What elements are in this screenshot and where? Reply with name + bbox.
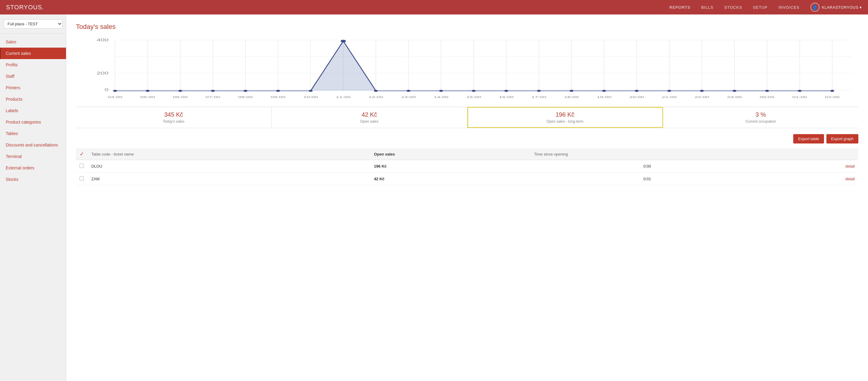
sidebar-nav: Sales Current sales Profits Staff Printe…: [0, 34, 66, 188]
th-time-since-opening: Time since opening: [530, 148, 764, 160]
user-avatar: 👤: [810, 3, 819, 12]
svg-text:14:00: 14:00: [434, 96, 448, 99]
row-zam-checkbox[interactable]: [80, 176, 84, 181]
chart-svg: 400 200 0: [76, 37, 858, 103]
row-dlou-checkbox-cell[interactable]: [76, 160, 88, 173]
table-row: DLOU 196 Kč 0:00 detail: [76, 160, 858, 173]
chart-dot: [439, 90, 443, 92]
stat-occupation-label: Current occupation: [665, 119, 856, 124]
sidebar-item-external-orders[interactable]: External orders: [0, 162, 66, 173]
svg-text:400: 400: [96, 38, 108, 42]
row-dlou-detail-cell: detail: [764, 160, 858, 173]
chart-dot: [146, 90, 150, 92]
stat-occupation[interactable]: 3 % Current occupation: [663, 107, 858, 128]
chart-dot: [504, 90, 508, 92]
sidebar-item-printers[interactable]: Printers: [0, 82, 66, 93]
stat-today-sales-value: 345 Kč: [79, 111, 269, 118]
sidebar-item-profits[interactable]: Profits: [0, 59, 66, 70]
chart-dot: [733, 90, 736, 92]
stat-open-sales-longterm-value: 196 Kč: [470, 111, 660, 118]
chart-dot: [211, 90, 215, 92]
sidebar-item-discounts[interactable]: Discounts and cancellations: [0, 139, 66, 151]
export-graph-button[interactable]: Export graph: [827, 134, 858, 144]
chart-dot: [798, 90, 802, 92]
app-layout: Full place - TEST Sales Current sales Pr…: [0, 14, 868, 381]
chart-dot: [602, 90, 606, 92]
stat-today-sales[interactable]: 345 Kč Today's sales: [76, 107, 272, 128]
chart-dot: [309, 90, 313, 92]
svg-text:18:00: 18:00: [564, 96, 579, 99]
svg-text:07:00: 07:00: [206, 96, 220, 99]
header-checkmark-icon: ✓: [80, 151, 84, 157]
sidebar-item-terminal[interactable]: Terminal: [0, 151, 66, 162]
nav-setup[interactable]: SETUP: [753, 5, 767, 10]
sidebar-item-staff[interactable]: Staff: [0, 70, 66, 82]
row-zam-detail-link[interactable]: detail: [845, 177, 855, 181]
row-dlou-checkbox[interactable]: [80, 164, 84, 168]
sidebar-item-product-categories[interactable]: Product categories: [0, 116, 66, 128]
svg-text:17:00: 17:00: [532, 96, 547, 99]
svg-text:06:00: 06:00: [173, 96, 188, 99]
row-dlou-open-sales: 196 Kč: [370, 160, 530, 173]
chart-dot: [765, 90, 769, 92]
svg-text:200: 200: [96, 71, 108, 75]
chart-dot-peak: [341, 40, 346, 42]
svg-text:20:00: 20:00: [629, 96, 644, 99]
svg-text:08:00: 08:00: [238, 96, 253, 99]
row-dlou-code: DLOU: [88, 160, 370, 173]
th-checkbox: ✓: [76, 148, 88, 160]
export-table-button[interactable]: Export table: [793, 134, 824, 144]
nav-invoices[interactable]: INVOICES: [778, 5, 800, 10]
main-content: Today's sales 400 200 0: [66, 14, 868, 381]
table-header-row: ✓ Table code - ticket name Open sales Ti…: [76, 148, 858, 160]
svg-text:02:00: 02:00: [825, 96, 840, 99]
nav-reports[interactable]: REPORTS: [670, 5, 690, 10]
logo-bold: STORY: [6, 4, 28, 10]
sidebar-item-sales[interactable]: Sales: [0, 36, 66, 47]
user-menu-button[interactable]: 👤 KLARASTORYOUS ▾: [810, 3, 862, 12]
svg-text:09:00: 09:00: [271, 96, 285, 99]
stats-row: 345 Kč Today's sales 42 Kč Open sales 19…: [76, 107, 858, 128]
row-zam-checkbox-cell[interactable]: [76, 173, 88, 185]
chart-dot: [635, 90, 639, 92]
chart-dot: [244, 90, 247, 92]
sidebar-item-labels[interactable]: Labels: [0, 105, 66, 116]
svg-text:13:00: 13:00: [401, 96, 416, 99]
chart-dot: [830, 90, 834, 92]
svg-text:19:00: 19:00: [597, 96, 612, 99]
nav-stocks[interactable]: STOCKS: [724, 5, 742, 10]
topnav: STORYOUS. REPORTS BILLS STOCKS SETUP INV…: [0, 0, 868, 14]
row-zam-time: 0:01: [530, 173, 764, 185]
th-open-sales: Open sales: [370, 148, 530, 160]
export-row: Export table Export graph: [76, 134, 858, 144]
chart-dot: [113, 90, 117, 92]
svg-text:00:00: 00:00: [760, 96, 775, 99]
chart-dot: [537, 90, 541, 92]
chart-dot: [700, 90, 704, 92]
row-dlou-detail-link[interactable]: detail: [845, 164, 855, 168]
svg-text:12:00: 12:00: [369, 96, 383, 99]
sidebar: Full place - TEST Sales Current sales Pr…: [0, 14, 66, 381]
svg-text:15:00: 15:00: [466, 96, 481, 99]
stat-occupation-value: 3 %: [665, 111, 856, 118]
sidebar-item-products[interactable]: Products: [0, 93, 66, 105]
logo: STORYOUS.: [6, 4, 44, 11]
sidebar-item-tables[interactable]: Tables: [0, 128, 66, 139]
svg-text:22:00: 22:00: [694, 96, 709, 99]
svg-text:21:00: 21:00: [662, 96, 677, 99]
chart-dot: [179, 90, 182, 92]
nav-links: REPORTS BILLS STOCKS SETUP INVOICES 👤 KL…: [670, 3, 862, 12]
chart-dot: [407, 90, 410, 92]
chart-dot: [569, 90, 574, 92]
stat-open-sales-longterm[interactable]: 196 Kč Open sales - long-term: [467, 107, 663, 128]
stat-open-sales-value: 42 Kč: [274, 111, 464, 118]
sidebar-item-stocks[interactable]: Stocks: [0, 173, 66, 185]
stat-open-sales[interactable]: 42 Kč Open sales: [272, 107, 467, 128]
nav-bills[interactable]: BILLS: [701, 5, 713, 10]
th-actions: [764, 148, 858, 160]
place-selector[interactable]: Full place - TEST: [4, 19, 62, 29]
stat-open-sales-longterm-label: Open sales - long-term: [470, 119, 660, 124]
svg-text:0: 0: [104, 88, 108, 92]
sidebar-item-current-sales[interactable]: Current sales: [0, 47, 66, 59]
logo-light: OUS.: [28, 4, 44, 10]
